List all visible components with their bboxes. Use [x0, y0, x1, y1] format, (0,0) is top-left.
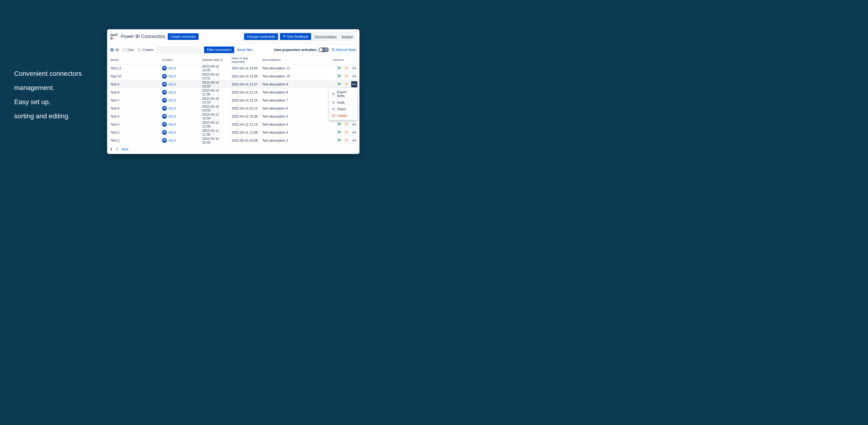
documentation-link[interactable]: Documentation [313, 35, 338, 38]
marketing-line: sorting and editing. [14, 109, 82, 123]
cell-actions: ••• [331, 80, 359, 88]
radio-icon [123, 48, 126, 52]
edit-button[interactable] [344, 121, 350, 128]
column-header-creator[interactable]: Creator [160, 56, 200, 64]
page-next[interactable]: Next [122, 147, 129, 151]
creator-link[interactable]: Do It [168, 115, 176, 118]
creator-link[interactable]: Do It [168, 74, 176, 78]
avatar: DI [162, 138, 167, 143]
more-actions-button[interactable]: ••• [351, 73, 357, 79]
menu-audit[interactable]: Audit [329, 99, 357, 106]
pagination: 1 2 Next [107, 144, 360, 154]
pencil-icon [345, 130, 348, 134]
column-header-name[interactable]: Name [111, 56, 160, 64]
copy-button[interactable] [336, 137, 342, 144]
search-input[interactable] [156, 46, 201, 53]
edit-button[interactable] [344, 137, 350, 144]
svg-point-31 [334, 110, 335, 110]
refresh-fields-link[interactable]: Refresh fields [332, 48, 356, 52]
more-actions-button[interactable]: ••• [351, 81, 357, 87]
edit-button[interactable] [344, 130, 350, 136]
creator-link[interactable]: Do It [168, 107, 176, 110]
marketing-line: Easy set up, [14, 95, 82, 109]
cell-date-exported: 2022-04-14 12:14 [229, 88, 260, 96]
more-actions-button[interactable]: ••• [351, 65, 357, 71]
page-1[interactable]: 1 [111, 147, 112, 151]
svg-point-30 [332, 109, 333, 109]
more-icon: ••• [352, 82, 356, 86]
menu-export-fields[interactable]: Export fields [329, 89, 357, 99]
filter-radio-own[interactable]: Own [123, 48, 134, 52]
menu-share[interactable]: Share [329, 106, 357, 112]
cell-creator: DIDo It [160, 64, 200, 72]
edit-button[interactable] [344, 65, 350, 71]
cell-description: Test description 8 [260, 88, 331, 96]
copy-button[interactable] [336, 65, 342, 71]
table-row: Test 10DIDo It2022-04-15 13:312022-04-15… [107, 72, 360, 80]
svg-point-23 [332, 93, 333, 93]
avatar: DI [162, 82, 167, 87]
table-row: Test 7DIDo It2022-04-13 13:192022-04-13 … [107, 96, 360, 104]
copy-button[interactable] [336, 130, 342, 136]
cell-update-date: 2022-04-12 12:08 [200, 120, 229, 128]
copy-button[interactable] [336, 73, 342, 79]
cell-actions: ••• [331, 129, 359, 136]
copy-icon [338, 82, 341, 86]
cell-name: Test 9 [111, 80, 160, 88]
edit-button[interactable] [344, 81, 350, 87]
copy-icon [338, 66, 341, 70]
copy-icon [338, 138, 341, 142]
header-actions: Change credentials Give feedback Documen… [242, 32, 356, 41]
menu-delete[interactable]: Delete [329, 112, 357, 119]
table-row: Test 9DIDo It2022-04-14 13:202022-04-14 … [107, 80, 360, 88]
cell-actions: ••• [331, 72, 359, 80]
toggle-knob [319, 48, 322, 52]
toggle-off-icon: ✕ [325, 48, 328, 51]
creator-link[interactable]: Do It [168, 139, 176, 142]
creator-link[interactable]: Do It [168, 66, 176, 70]
more-icon: ••• [352, 131, 356, 134]
table-row: Test 3DIDo It2022-04-11 11:562022-04-11 … [107, 129, 360, 137]
cell-date-exported: 2022-04-15 13:39 [229, 72, 260, 80]
filter-connectors-button[interactable]: Filter connectors [204, 47, 234, 53]
creator-link[interactable]: Do It [168, 122, 176, 126]
creator-link[interactable]: Do It [168, 98, 176, 102]
logo: DoIT bI [111, 33, 118, 40]
table-header-row: Name Creator Update date ▲▼ Date of last… [107, 56, 360, 64]
more-actions-button[interactable]: ••• [351, 130, 357, 136]
more-icon: ••• [352, 122, 356, 126]
pencil-icon [345, 82, 348, 86]
avatar: DI [162, 98, 167, 103]
pencil-icon [345, 74, 348, 78]
cell-actions: ••• [331, 137, 359, 144]
edit-button[interactable] [344, 73, 350, 79]
column-header-date-exported[interactable]: Date of last exported [229, 56, 260, 64]
pencil-icon [345, 66, 348, 70]
cell-creator: DIDo It [160, 129, 200, 136]
data-preparation-toggle[interactable]: ✕ [318, 48, 329, 52]
filter-radio-all[interactable]: All [111, 48, 119, 52]
more-actions-button[interactable]: ••• [351, 121, 357, 128]
create-connector-button[interactable]: Create connector [168, 33, 198, 40]
svg-point-25 [332, 94, 333, 95]
page-2[interactable]: 2 [116, 147, 118, 151]
copy-button[interactable] [336, 121, 342, 128]
filter-radio-creator[interactable]: Creator [138, 48, 154, 52]
give-feedback-button[interactable]: Give feedback [280, 33, 311, 40]
column-header-descriptions[interactable]: Descriptions [260, 56, 331, 64]
copy-button[interactable] [336, 81, 342, 87]
creator-link[interactable]: Do It [168, 82, 176, 86]
creator-link[interactable]: Do It [168, 131, 176, 134]
more-actions-button[interactable]: ••• [351, 137, 357, 144]
reset-filter-link[interactable]: Reset filter [237, 48, 253, 52]
avatar: DI [162, 114, 167, 119]
change-credentials-button[interactable]: Change credentials [244, 33, 278, 40]
more-icon: ••• [352, 139, 356, 142]
creator-link[interactable]: Do It [168, 90, 176, 94]
column-header-update-date[interactable]: Update date ▲▼ [200, 56, 229, 64]
support-link[interactable]: Support [340, 35, 354, 38]
svg-line-32 [333, 108, 334, 109]
cell-name: Test 10 [111, 72, 160, 80]
sort-icon: ▲▼ [220, 58, 223, 62]
cell-creator: DIDo It [160, 96, 200, 104]
